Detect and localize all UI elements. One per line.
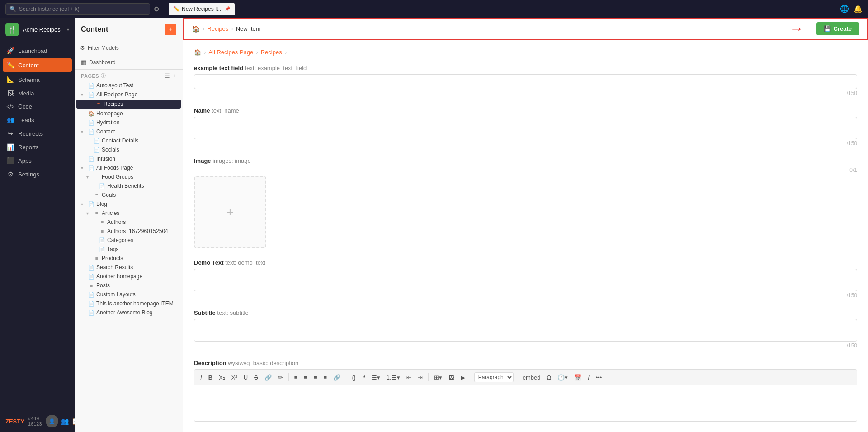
- table-button[interactable]: ⊞▾: [432, 373, 444, 382]
- pin-icon[interactable]: 📌: [225, 6, 230, 11]
- description-editor[interactable]: [194, 385, 857, 422]
- sidebar-item-leads[interactable]: 👥 Leads: [0, 113, 75, 127]
- add-content-button[interactable]: +: [165, 24, 176, 35]
- tree-item-posts[interactable]: ≡ Posts: [75, 281, 183, 290]
- indent-button[interactable]: ⇥: [415, 373, 425, 382]
- tree-item-label: This is another homepage ITEM: [96, 300, 174, 307]
- tree-item-articles[interactable]: ▾ ≡ Articles: [75, 209, 183, 218]
- bold-button[interactable]: B: [206, 373, 215, 382]
- tree-item-blog[interactable]: ▾ 📄 Blog: [75, 199, 183, 209]
- bell-icon[interactable]: 🔔: [854, 5, 863, 13]
- sub-home-icon[interactable]: 🏠: [194, 49, 201, 56]
- link2-button[interactable]: 🔗: [331, 373, 343, 382]
- search-box[interactable]: 🔍 Search Instance (ctrl + k): [5, 3, 150, 15]
- tree-item-tags[interactable]: 📄 Tags: [75, 245, 183, 254]
- create-button[interactable]: 💾 Create: [816, 22, 859, 35]
- brand-area[interactable]: 🍴 Acme Recipes ▾: [0, 18, 75, 41]
- tree-item-homepage[interactable]: 🏠 Homepage: [75, 109, 183, 118]
- sidebar-item-redirects[interactable]: ↪ Redirects: [0, 127, 75, 140]
- pages-list-icon[interactable]: ☰: [165, 72, 170, 79]
- tree-item-recipes[interactable]: ≡ Recipes: [76, 100, 181, 109]
- filter-models-row[interactable]: ⚙ Filter Models: [75, 41, 183, 55]
- tree-item-autolayout[interactable]: 📄 Autolayout Test: [75, 81, 183, 90]
- filter-icon[interactable]: ⚙: [154, 5, 160, 13]
- globe-icon[interactable]: 🌐: [840, 5, 849, 13]
- page-icon: 📄: [88, 165, 94, 171]
- demo-text-input[interactable]: [194, 269, 857, 291]
- tree-item-all-foods[interactable]: ▾ 📄 All Foods Page: [75, 163, 183, 172]
- bullet-list-button[interactable]: ☰▾: [369, 373, 382, 382]
- example-text-input[interactable]: [194, 74, 857, 89]
- calendar-button[interactable]: 📅: [572, 373, 584, 382]
- toolbar-sep-3: [428, 373, 429, 381]
- link-button[interactable]: 🔗: [262, 373, 274, 382]
- code-block-button[interactable]: {}: [349, 373, 358, 382]
- tree-item-contact[interactable]: ▾ 📄 Contact: [75, 127, 183, 136]
- tree-item-search-results[interactable]: 📄 Search Results: [75, 263, 183, 272]
- italic2-button[interactable]: I: [585, 373, 592, 382]
- dashboard-row[interactable]: ▦ Dashboard: [75, 55, 183, 70]
- align-left-button[interactable]: ≡: [292, 373, 300, 382]
- pages-add-icon[interactable]: +: [173, 72, 176, 79]
- embed-button[interactable]: embed: [520, 373, 543, 382]
- tree-item-label: Socials: [102, 147, 119, 153]
- sidebar-item-launchpad[interactable]: 🚀 Launchpad: [0, 44, 75, 57]
- tree-item-label: Another homepage: [96, 273, 142, 280]
- subscript-button[interactable]: X₂: [217, 373, 227, 382]
- tree-item-food-groups[interactable]: ▾ ≡ Food Groups: [75, 172, 183, 181]
- outdent-button[interactable]: ⇤: [404, 373, 414, 382]
- align-right-button[interactable]: ≡: [311, 373, 320, 382]
- blockquote-button[interactable]: ❝: [360, 373, 368, 382]
- users-icon[interactable]: 👥: [61, 418, 69, 425]
- more-button[interactable]: •••: [594, 373, 604, 382]
- ordered-list-button[interactable]: 1.☰▾: [384, 373, 402, 382]
- sidebar-item-reports[interactable]: 📊 Reports: [0, 140, 75, 154]
- tree-item-products[interactable]: ≡ Products: [75, 254, 183, 263]
- tree-item-awesome-blog[interactable]: 📄 Another Awesome Blog: [75, 308, 183, 317]
- align-justify-button[interactable]: ≡: [321, 373, 330, 382]
- sidebar-item-code[interactable]: </> Code: [0, 100, 75, 113]
- tree-item-authors-id[interactable]: ≡ Authors_1672960152504: [75, 227, 183, 236]
- image-upload-area[interactable]: +: [194, 176, 266, 248]
- active-tab[interactable]: ✏️ New Recipes It... 📌: [169, 3, 235, 15]
- page-icon: 📄: [88, 292, 94, 298]
- special-chars-button[interactable]: Ω: [544, 373, 553, 382]
- tree-item-another-homepage[interactable]: 📄 Another homepage: [75, 272, 183, 281]
- paragraph-select[interactable]: Paragraph Heading 1 Heading 2 Heading 3: [474, 372, 514, 382]
- tree-item-health-benefits[interactable]: 📄 Health Benefits: [75, 181, 183, 190]
- tree-item-goals[interactable]: ≡ Goals: [75, 190, 183, 199]
- sub-recipes[interactable]: Recipes: [261, 49, 282, 56]
- tree-item-label: All Foods Page: [96, 165, 133, 171]
- highlight-button[interactable]: ✏: [276, 373, 285, 382]
- underline-button[interactable]: U: [241, 373, 250, 382]
- sidebar-item-apps[interactable]: ⬛ Apps: [0, 154, 75, 167]
- subtitle-input[interactable]: [194, 319, 857, 342]
- tree-item-homepage-item[interactable]: 📄 This is another homepage ITEM: [75, 299, 183, 308]
- page-icon: 📄: [94, 138, 100, 144]
- tree-item-hydration[interactable]: 📄 Hydration: [75, 118, 183, 127]
- tree-item-authors[interactable]: ≡ Authors: [75, 218, 183, 227]
- superscript-button[interactable]: X²: [229, 373, 240, 382]
- tree-item-all-recipes[interactable]: ▾ 📄 All Recipes Page: [75, 90, 183, 99]
- italic-button[interactable]: I: [198, 373, 204, 382]
- clock-button[interactable]: 🕐▾: [555, 373, 570, 382]
- sidebar-item-media[interactable]: 🖼 Media: [0, 86, 75, 100]
- user-avatar[interactable]: 👤: [46, 415, 58, 427]
- strikethrough-button[interactable]: S: [252, 373, 260, 382]
- sidebar-item-settings[interactable]: ⚙ Settings: [0, 167, 75, 181]
- image-button[interactable]: 🖼: [446, 373, 457, 382]
- toolbar-sep-5: [517, 373, 517, 381]
- tree-item-infusion[interactable]: 📄 Infusion: [75, 154, 183, 163]
- tree-item-categories[interactable]: 📄 Categories: [75, 236, 183, 245]
- tree-item-contact-details[interactable]: 📄 Contact Details: [75, 136, 183, 145]
- sidebar-item-schema[interactable]: 📐 Schema: [0, 73, 75, 86]
- home-icon[interactable]: 🏠: [192, 25, 200, 33]
- sidebar-item-content[interactable]: ✏️ Content: [3, 58, 72, 72]
- align-center-button[interactable]: ≡: [302, 373, 310, 382]
- tree-item-custom-layouts[interactable]: 📄 Custom Layouts: [75, 290, 183, 299]
- video-button[interactable]: ▶: [458, 373, 467, 382]
- breadcrumb-recipes-link[interactable]: Recipes: [207, 25, 228, 32]
- name-input[interactable]: [194, 117, 857, 139]
- tree-item-socials[interactable]: 📄 Socials: [75, 145, 183, 154]
- sub-all-recipes[interactable]: All Recipes Page: [208, 49, 253, 56]
